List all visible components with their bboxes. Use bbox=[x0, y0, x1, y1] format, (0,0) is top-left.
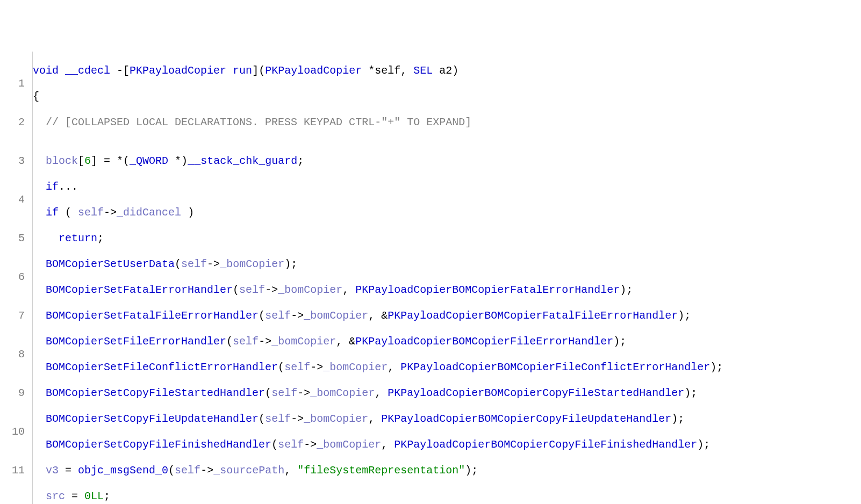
line-number: 2 bbox=[0, 116, 26, 129]
code-line[interactable]: BOMCopierSetFileErrorHandler(self->_bomC… bbox=[33, 335, 861, 348]
code-area[interactable]: void __cdecl -[PKPayloadCopier run](PKPa… bbox=[33, 52, 861, 504]
code-line[interactable]: BOMCopierSetFatalErrorHandler(self->_bom… bbox=[33, 284, 861, 297]
code-line[interactable]: void __cdecl -[PKPayloadCopier run](PKPa… bbox=[33, 64, 861, 77]
line-number: 5 bbox=[0, 232, 26, 245]
code-editor[interactable]: 1 2 3 4 5 6 7 8 9 10 11 12 13 14 15 16 1… bbox=[0, 52, 861, 504]
line-number: 1 bbox=[0, 77, 26, 90]
line-number: 9 bbox=[0, 387, 26, 400]
code-line[interactable]: src = 0LL; bbox=[33, 490, 861, 503]
fold-dots[interactable]: ... bbox=[59, 181, 78, 193]
line-number: 6 bbox=[0, 271, 26, 284]
line-number: 11 bbox=[0, 464, 26, 477]
line-number: 8 bbox=[0, 348, 26, 361]
code-line[interactable]: BOMCopierSetFileConflictErrorHandler(sel… bbox=[33, 361, 861, 374]
line-number: 10 bbox=[0, 426, 26, 438]
code-line[interactable]: BOMCopierSetCopyFileUpdateHandler(self->… bbox=[33, 413, 861, 426]
code-line[interactable]: { bbox=[33, 90, 861, 103]
code-line[interactable]: BOMCopierSetUserData(self->_bomCopier); bbox=[33, 258, 861, 271]
line-number: 7 bbox=[0, 309, 26, 322]
code-line[interactable]: if ( self->_didCancel ) bbox=[33, 206, 861, 219]
line-number: 4 bbox=[0, 193, 26, 206]
code-line[interactable]: BOMCopierSetCopyFileFinishedHandler(self… bbox=[33, 438, 861, 451]
code-line[interactable]: if... bbox=[33, 181, 861, 193]
collapsed-comment: // [COLLAPSED LOCAL DECLARATIONS. PRESS … bbox=[46, 116, 471, 128]
code-line[interactable]: v3 = objc_msgSend_0(self->_sourcePath, "… bbox=[33, 464, 861, 477]
code-line[interactable]: block[6] = *(_QWORD *)__stack_chk_guard; bbox=[33, 155, 861, 168]
code-line[interactable]: return; bbox=[33, 232, 861, 245]
line-number-gutter: 1 2 3 4 5 6 7 8 9 10 11 12 13 14 15 16 1… bbox=[0, 52, 33, 504]
code-line[interactable]: BOMCopierSetCopyFileStartedHandler(self-… bbox=[33, 387, 861, 400]
line-number: 3 bbox=[0, 155, 26, 168]
code-line[interactable]: BOMCopierSetFatalFileErrorHandler(self->… bbox=[33, 309, 861, 322]
code-line[interactable]: // [COLLAPSED LOCAL DECLARATIONS. PRESS … bbox=[33, 116, 861, 129]
